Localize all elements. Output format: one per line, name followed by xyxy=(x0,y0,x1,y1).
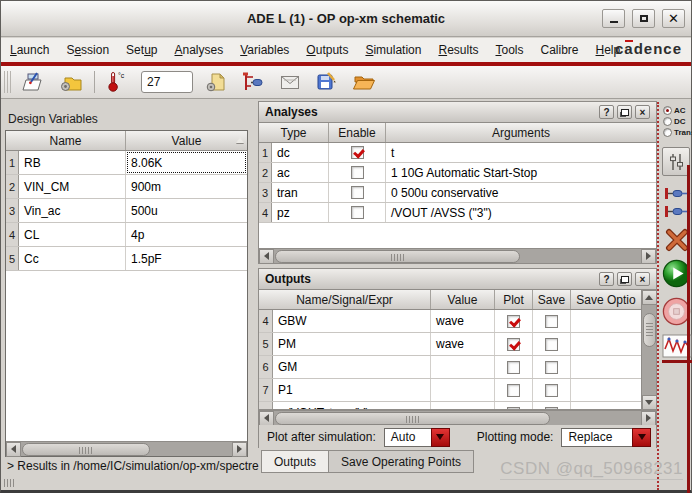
scroll-thumb[interactable] xyxy=(22,443,150,456)
plot-checkbox[interactable] xyxy=(507,315,520,328)
close-button[interactable]: ✕ xyxy=(662,9,685,28)
output-save-options-cell[interactable] xyxy=(571,333,641,355)
output-value-cell[interactable] xyxy=(431,402,495,410)
mode-radio-trans[interactable]: Trans xyxy=(663,127,691,138)
scroll-up-icon[interactable] xyxy=(642,290,657,305)
output-name-cell[interactable]: PM xyxy=(273,333,431,355)
output-name-cell[interactable]: P1 xyxy=(273,379,431,401)
scroll-thumb[interactable] xyxy=(275,412,550,425)
outputs-panel-titlebar[interactable]: Outputs ? × xyxy=(259,269,656,290)
scroll-right-icon[interactable] xyxy=(641,411,656,426)
design-variables-hscrollbar[interactable] xyxy=(6,441,247,456)
menu-item-outputs[interactable]: Outputs xyxy=(306,43,348,57)
analysis-row[interactable]: 3 tran 0 500u conservative xyxy=(259,183,656,203)
log-button[interactable] xyxy=(276,69,304,95)
variable-name-cell[interactable]: CL xyxy=(19,223,126,246)
plot-checkbox[interactable] xyxy=(507,338,520,351)
analysis-type-cell[interactable]: tran xyxy=(272,183,329,202)
scroll-thumb[interactable] xyxy=(275,250,520,263)
scroll-right-icon[interactable] xyxy=(641,249,656,264)
enable-checkbox[interactable] xyxy=(351,206,364,219)
column-header-save-options[interactable]: Save Optio xyxy=(571,290,641,309)
menu-item-setup[interactable]: Setup xyxy=(126,43,157,57)
output-row[interactable]: 4 GBW wave xyxy=(259,310,641,333)
analysis-row[interactable]: 2 ac 1 10G Automatic Start-Stop xyxy=(259,163,656,183)
plot-checkbox[interactable] xyxy=(507,384,520,397)
output-save-options-cell[interactable] xyxy=(571,310,641,332)
plot-checkbox[interactable] xyxy=(507,407,520,411)
enable-checkbox[interactable] xyxy=(351,146,364,159)
enable-checkbox[interactable] xyxy=(351,186,364,199)
output-value-cell[interactable]: wave xyxy=(431,333,495,355)
output-row[interactable]: 5 PM wave xyxy=(259,333,641,356)
analysis-type-cell[interactable]: ac xyxy=(272,163,329,182)
design-variable-row[interactable]: 3 Vin_ac 500u xyxy=(6,199,247,223)
chevron-down-icon[interactable] xyxy=(431,428,450,447)
mode-radio-dc[interactable]: DC xyxy=(663,116,691,127)
variable-name-cell[interactable]: RB xyxy=(19,151,126,174)
variable-value-cell[interactable]: 900m xyxy=(126,175,247,198)
analysis-arguments-cell[interactable]: /VOUT /AVSS ("3") xyxy=(386,203,656,222)
radio-icon[interactable] xyxy=(663,117,672,126)
design-variable-row[interactable]: 4 CL 4p xyxy=(6,223,247,247)
menu-item-results[interactable]: Results xyxy=(438,43,478,57)
temperature-input[interactable] xyxy=(141,71,193,93)
save-checkbox[interactable] xyxy=(545,361,558,374)
output-row[interactable]: v /VOUT; tran (V) xyxy=(259,402,641,410)
analyses-panel-titlebar[interactable]: Analyses ? × xyxy=(259,102,656,123)
design-variable-row[interactable]: 5 Cc 1.5pF xyxy=(6,247,247,271)
radio-icon[interactable] xyxy=(663,106,672,115)
analysis-row[interactable]: 1 dc t xyxy=(259,143,656,163)
choose-analyses-button[interactable] xyxy=(662,147,690,176)
output-save-options-cell[interactable] xyxy=(571,402,641,410)
output-value-cell[interactable] xyxy=(431,379,495,401)
menu-item-launch[interactable]: Launch xyxy=(10,43,49,57)
radio-icon[interactable] xyxy=(663,128,672,137)
analysis-row[interactable]: 4 pz /VOUT /AVSS ("3") xyxy=(259,203,656,223)
mode-radio-ac[interactable]: AC xyxy=(663,105,691,116)
column-header-name-signal-expr[interactable]: Name/Signal/Expr xyxy=(259,290,431,309)
scroll-down-icon[interactable] xyxy=(642,395,657,410)
session-notebook-button[interactable] xyxy=(20,69,48,95)
scroll-left-icon[interactable] xyxy=(259,249,274,264)
plotting-mode-dropdown[interactable]: Replace xyxy=(561,428,651,447)
close-icon[interactable]: × xyxy=(635,272,650,286)
help-icon[interactable]: ? xyxy=(599,105,614,119)
enable-checkbox[interactable] xyxy=(351,166,364,179)
load-state-button[interactable] xyxy=(57,69,85,95)
analysis-type-cell[interactable]: pz xyxy=(272,203,329,222)
netlist-doc-button[interactable] xyxy=(202,69,230,95)
column-header-type[interactable]: Type xyxy=(259,123,329,142)
variable-name-cell[interactable]: Vin_ac xyxy=(19,199,126,222)
analyses-hscrollbar[interactable] xyxy=(259,248,656,263)
menu-item-calibre[interactable]: Calibre xyxy=(541,43,579,57)
output-value-cell[interactable] xyxy=(431,356,495,378)
variable-name-cell[interactable]: Cc xyxy=(19,247,126,270)
column-header-value[interactable]: Value xyxy=(431,290,495,309)
menu-item-variables[interactable]: Variables xyxy=(240,43,289,57)
save-edit-button[interactable] xyxy=(313,69,341,95)
output-row[interactable]: 7 P1 xyxy=(259,379,641,402)
chevron-down-icon[interactable] xyxy=(632,428,651,447)
scroll-left-icon[interactable] xyxy=(259,411,274,426)
scroll-right-icon[interactable] xyxy=(232,442,247,457)
netlist-run-button[interactable] xyxy=(239,69,267,95)
analysis-arguments-cell[interactable]: 1 10G Automatic Start-Stop xyxy=(386,163,656,182)
menu-item-simulation[interactable]: Simulation xyxy=(365,43,421,57)
output-row[interactable]: 6 GM xyxy=(259,356,641,379)
output-value-cell[interactable]: wave xyxy=(431,310,495,332)
column-header-arguments[interactable]: Arguments xyxy=(386,123,656,142)
output-name-cell[interactable]: v /VOUT; tran (V) xyxy=(273,402,431,410)
output-name-cell[interactable]: GM xyxy=(273,356,431,378)
variable-value-cell[interactable]: 4p xyxy=(126,223,247,246)
analysis-type-cell[interactable]: dc xyxy=(272,143,329,162)
plot-checkbox[interactable] xyxy=(507,361,520,374)
maximize-button[interactable] xyxy=(632,9,655,28)
close-icon[interactable]: × xyxy=(635,105,650,119)
outputs-vscrollbar[interactable] xyxy=(641,290,656,410)
menu-item-session[interactable]: Session xyxy=(66,43,109,57)
tab-outputs[interactable]: Outputs xyxy=(261,450,329,473)
column-header-plot[interactable]: Plot xyxy=(495,290,533,309)
output-save-options-cell[interactable] xyxy=(571,356,641,378)
scroll-left-icon[interactable] xyxy=(6,442,21,457)
